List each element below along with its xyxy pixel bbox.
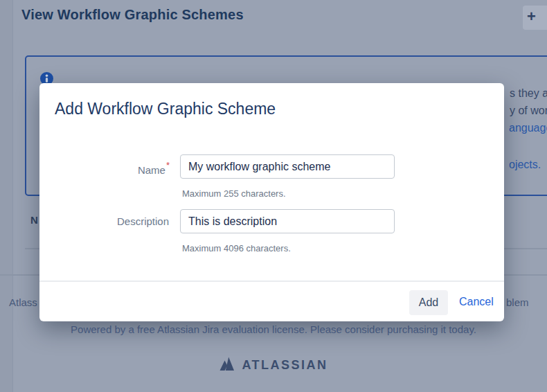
license-link[interactable]: Powered by a free Atlassian Jira evaluat… <box>0 323 547 335</box>
projects-link-fragment[interactable]: ojects. <box>509 159 541 171</box>
report-problem-link-fragment[interactable]: blem <box>506 296 529 308</box>
info-text-fragment: y of wor <box>510 105 547 117</box>
language-link-fragment[interactable]: anguage <box>509 122 547 134</box>
footer-left-fragment: Atlass <box>9 296 37 308</box>
description-field-label: Description <box>39 209 169 233</box>
name-input[interactable] <box>180 154 395 179</box>
table-header-name-fragment: N <box>30 214 38 226</box>
cancel-link[interactable]: Cancel <box>459 296 494 308</box>
required-marker: * <box>166 160 170 170</box>
add-workflow-graphic-scheme-dialog: Add Workflow Graphic Scheme Name* Maximu… <box>39 83 504 321</box>
description-input[interactable] <box>180 209 395 233</box>
page-title: View Workflow Graphic Schemes <box>21 7 244 23</box>
add-scheme-button[interactable]: + <box>523 6 547 30</box>
description-help-text: Maximum 4096 characters. <box>182 243 291 253</box>
plus-icon: + <box>527 8 536 26</box>
info-text-fragment: s they a <box>510 87 547 100</box>
atlassian-logo-text: ATLASSIAN <box>242 358 328 373</box>
dialog-footer-divider <box>39 280 504 282</box>
dialog-title: Add Workflow Graphic Scheme <box>55 100 276 118</box>
screen: View Workflow Graphic Schemes + s they a… <box>0 0 547 392</box>
name-field-label: Name* <box>39 154 169 182</box>
add-button[interactable]: Add <box>409 290 448 315</box>
name-help-text: Maximum 255 characters. <box>182 188 286 199</box>
atlassian-logo: ATLASSIAN <box>0 357 547 374</box>
atlassian-logo-icon <box>219 357 235 374</box>
